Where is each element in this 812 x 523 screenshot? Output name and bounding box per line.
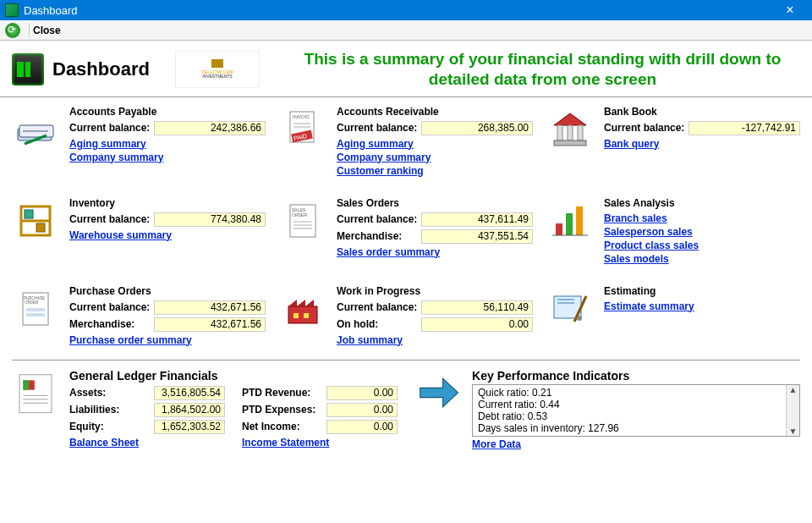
widget-title: Bank Book [604,106,800,118]
net-income-value: 0.00 [326,420,398,434]
merchandise-value: 432,671.56 [154,317,266,332]
app-icon [5,3,19,17]
widget-estimating: Estimating Estimate summary [546,285,800,346]
window-close-button[interactable]: × [773,1,807,19]
widget-sales-orders: SALESORDER Sales Orders Current balance:… [279,197,533,265]
svg-rect-38 [304,313,309,318]
net-income-label: Net Income: [242,421,326,432]
kpi-scrollbar[interactable]: ▲▼ [786,385,799,436]
income-statement-link[interactable]: Income Statement [242,437,398,449]
branch-sales-link[interactable]: Branch sales [604,212,800,224]
company-summary-link[interactable]: Company summary [337,151,533,163]
aging-summary-link[interactable]: Aging summary [69,138,266,150]
estimate-summary-link[interactable]: Estimate summary [604,300,800,312]
warehouse-summary-link[interactable]: Warehouse summary [69,229,266,241]
scroll-up-icon[interactable]: ▲ [789,385,798,394]
scroll-down-icon[interactable]: ▼ [789,427,798,436]
merchandise-label: Merchandise: [337,230,421,242]
title-bar: Dashboard × [0,0,812,20]
widget-work-in-progress: Work in Progress Current balance:56,110.… [279,285,533,346]
svg-text:INVOIC: INVOIC [293,114,310,119]
header: Dashboard YELLOW OAK INVESTMENTS This is… [0,41,812,97]
sales-order-summary-link[interactable]: Sales order summary [337,246,533,258]
aging-summary-link[interactable]: Aging summary [337,138,533,150]
bar-chart-icon [546,197,594,245]
merchandise-value: 437,551.54 [421,229,533,244]
drafting-icon [546,285,594,333]
widget-bank-book: Bank Book Current balance:-127,742.91 Ba… [546,106,800,177]
equity-label: Equity: [69,421,154,432]
svg-rect-16 [25,210,33,218]
balance-value: 242,386.66 [154,121,266,135]
toolbar-divider [29,23,30,38]
sales-models-link[interactable]: Sales models [604,253,800,265]
svg-marker-36 [305,300,314,306]
svg-marker-9 [554,113,586,125]
widget-general-ledger: General Ledger Financials Assets:3,516,8… [12,369,398,450]
widget-inventory: Inventory Current balance:774,380.48 War… [12,197,266,265]
dashboard-icon [12,53,44,85]
svg-rect-12 [578,125,583,140]
widget-title: Key Performance Indicators [472,369,800,383]
ptd-expenses-value: 0.00 [326,403,398,417]
balance-label: Current balance: [69,213,154,225]
svg-rect-26 [576,206,583,235]
customer-ranking-link[interactable]: Customer ranking [337,165,533,177]
close-button[interactable]: Close [33,25,61,36]
ptd-expenses-label: PTD Expenses: [242,404,326,416]
product-class-sales-link[interactable]: Product class sales [604,239,800,251]
balance-value: -127,742.91 [689,121,800,135]
svg-rect-32 [26,313,45,317]
balance-value: 268,385.00 [421,121,533,135]
toolbar: Close [0,20,812,41]
kpi-item: Debt ratio: 0.53 [478,410,794,422]
widget-title: Accounts Payable [69,106,266,118]
company-logo: YELLOW OAK INVESTMENTS [175,51,260,88]
svg-rect-11 [568,125,573,140]
balance-label: Current balance: [337,122,421,134]
svg-rect-37 [294,313,299,318]
svg-marker-35 [297,300,305,306]
salesperson-sales-link[interactable]: Salesperson sales [604,226,800,238]
company-summary-link[interactable]: Company summary [69,151,266,163]
svg-rect-17 [36,223,45,232]
checkbook-icon [12,106,59,153]
balance-label: Current balance: [337,301,421,313]
balance-label: Current balance: [604,122,689,134]
widget-title: Estimating [604,285,800,297]
bank-query-link[interactable]: Bank query [604,138,800,150]
balance-value: 437,611.49 [421,212,533,227]
bank-icon [546,106,594,153]
more-data-link[interactable]: More Data [472,438,800,450]
widget-title: Sales Analysis [604,197,800,209]
warehouse-shelf-icon [12,197,59,245]
liabilities-label: Liabilities: [69,404,154,416]
svg-rect-13 [554,140,586,146]
kpi-item: Quick ratio: 0.21 [478,387,794,399]
purchase-order-summary-link[interactable]: Purchase order summary [69,334,266,346]
tagline: This is a summary of your financial stan… [285,49,800,90]
ptd-revenue-label: PTD Revenue: [242,387,326,399]
svg-point-42 [577,316,582,321]
purchase-order-icon: PURCHASEORDER [12,285,59,333]
kpi-list: Quick ratio: 0.21 Current ratio: 0.44 De… [472,384,800,437]
widget-title: Work in Progress [337,285,533,297]
widget-accounts-receivable: INVOICPAID Accounts Receivable Current b… [279,106,533,177]
balance-label: Current balance: [337,213,421,225]
balance-value: 774,380.48 [154,212,266,227]
sales-order-icon: SALESORDER [279,197,326,245]
svg-rect-25 [566,213,573,235]
svg-rect-45 [23,380,29,389]
job-summary-link[interactable]: Job summary [337,334,533,346]
balance-value: 56,110.49 [421,300,533,315]
widget-sales-analysis: Sales Analysis Branch sales Salesperson … [546,197,800,265]
widget-title: General Ledger Financials [69,369,398,383]
balance-sheet-link[interactable]: Balance Sheet [69,437,225,449]
equity-value: 1,652,303.52 [154,420,225,434]
section-divider [12,360,800,361]
svg-rect-10 [557,125,562,140]
balance-value: 432,671.56 [154,300,266,315]
svg-text:ORDER: ORDER [292,212,307,217]
refresh-button[interactable] [5,23,20,38]
widget-title: Purchase Orders [69,285,266,297]
